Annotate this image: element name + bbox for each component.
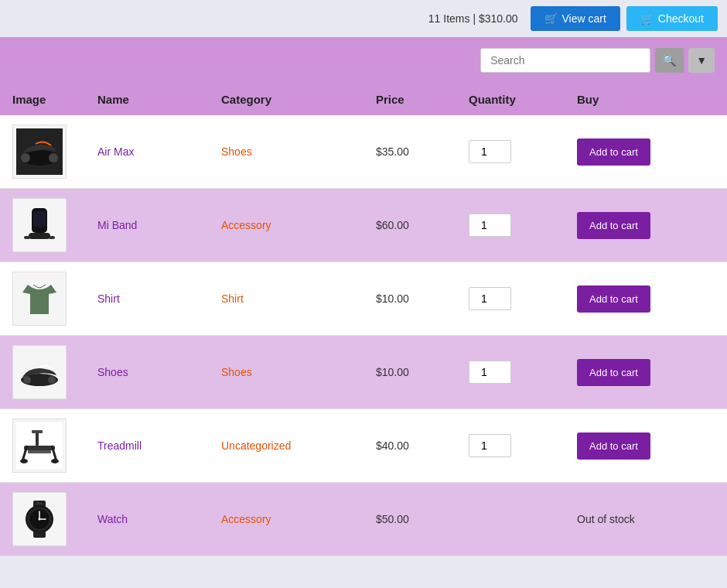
add-to-cart-button-miband[interactable]: Add to cart xyxy=(577,212,650,239)
col-header-name: Name xyxy=(97,93,221,106)
product-category-airmax: Shoes xyxy=(221,145,376,158)
product-image-airmax xyxy=(12,125,67,179)
product-name-miband: Mi Band xyxy=(97,219,221,231)
add-to-cart-button-airmax[interactable]: Add to cart xyxy=(577,138,650,166)
table-row: Watch Accessory $50.00 Out of stock xyxy=(0,483,727,556)
svg-point-23 xyxy=(51,459,59,463)
treadmill-image-svg xyxy=(16,422,63,469)
product-buy-airmax: Add to cart xyxy=(577,138,715,166)
add-to-cart-button-treadmill[interactable]: Add to cart xyxy=(577,432,650,460)
svg-rect-31 xyxy=(36,502,43,504)
quantity-input-treadmill[interactable] xyxy=(469,434,511,457)
col-header-quantity: Quantity xyxy=(469,93,577,106)
product-image-shoes xyxy=(12,345,67,399)
table-row: Shoes Shoes $10.00 Add to cart xyxy=(0,336,727,409)
svg-rect-6 xyxy=(33,211,46,227)
quantity-input-shoes[interactable] xyxy=(469,361,511,384)
product-category-treadmill: Uncategorized xyxy=(221,439,376,452)
table-row: Treadmill Uncategorized $40.00 Add to ca… xyxy=(0,409,727,483)
product-category-watch: Accessory xyxy=(221,513,376,525)
product-image-treadmill xyxy=(12,419,67,473)
product-image-watch xyxy=(12,492,67,546)
quantity-input-shirt[interactable] xyxy=(469,287,511,310)
table-row: Mi Band Accessory $60.00 Add to cart xyxy=(0,189,727,262)
svg-point-2 xyxy=(21,153,30,162)
product-image-shirt xyxy=(12,272,67,326)
product-buy-shirt: Add to cart xyxy=(577,285,715,313)
product-price-treadmill: $40.00 xyxy=(376,439,469,452)
product-name-airmax: Air Max xyxy=(97,145,221,158)
view-cart-button[interactable]: 🛒 View cart xyxy=(531,6,620,31)
product-name-shoes: Shoes xyxy=(97,366,221,378)
svg-point-14 xyxy=(48,376,56,384)
airmax-image-svg xyxy=(16,128,63,175)
product-quantity-shoes xyxy=(469,361,577,384)
quantity-input-airmax[interactable] xyxy=(469,140,511,163)
product-quantity-airmax xyxy=(469,140,577,163)
product-buy-watch: Out of stock xyxy=(577,512,715,526)
chevron-down-icon: ▼ xyxy=(696,54,707,67)
svg-rect-21 xyxy=(32,430,43,433)
items-summary: 11 Items | $310.00 xyxy=(428,12,518,25)
svg-rect-7 xyxy=(29,233,50,239)
table-header: Image Name Category Price Quantity Buy xyxy=(0,84,727,115)
table-row: Shirt Shirt $10.00 Add to cart xyxy=(0,262,727,336)
product-price-watch: $50.00 xyxy=(376,513,469,525)
add-to-cart-button-shirt[interactable]: Add to cart xyxy=(577,285,650,313)
checkout-cart-icon: 🛒 xyxy=(640,12,654,25)
table-row: Air Max Shoes $35.00 Add to cart xyxy=(0,115,727,189)
top-bar: 11 Items | $310.00 🛒 View cart 🛒 Checkou… xyxy=(0,0,727,37)
col-header-category: Category xyxy=(221,93,376,106)
shoes-image-svg xyxy=(16,349,63,395)
product-category-miband: Accessory xyxy=(221,219,376,231)
svg-rect-16 xyxy=(24,446,55,450)
col-header-price: Price xyxy=(376,93,469,106)
product-quantity-treadmill xyxy=(469,434,577,457)
product-buy-shoes: Add to cart xyxy=(577,359,715,386)
product-buy-miband: Add to cart xyxy=(577,212,715,239)
product-name-treadmill: Treadmill xyxy=(97,439,221,452)
search-bar: 🔍 ▼ xyxy=(0,37,727,84)
product-price-shoes: $10.00 xyxy=(376,366,469,378)
product-category-shoes: Shoes xyxy=(221,366,376,378)
watch-image-svg xyxy=(16,496,63,542)
product-quantity-shirt xyxy=(469,287,577,310)
product-quantity-miband xyxy=(469,214,577,237)
checkout-button[interactable]: 🛒 Checkout xyxy=(626,6,718,31)
svg-point-13 xyxy=(23,376,31,384)
product-price-miband: $60.00 xyxy=(376,219,469,231)
search-icon: 🔍 xyxy=(663,54,676,67)
product-price-shirt: $10.00 xyxy=(376,292,469,305)
product-name-shirt: Shirt xyxy=(97,292,221,305)
product-name-watch: Watch xyxy=(97,513,221,525)
cart-icon: 🛒 xyxy=(544,12,558,25)
svg-point-3 xyxy=(49,153,58,162)
svg-rect-17 xyxy=(28,450,51,453)
out-of-stock-label: Out of stock xyxy=(577,513,635,525)
miband-image-svg xyxy=(16,202,63,248)
product-price-airmax: $35.00 xyxy=(376,145,469,158)
quantity-input-miband[interactable] xyxy=(469,214,511,237)
svg-point-22 xyxy=(20,459,28,463)
search-button[interactable]: 🔍 xyxy=(655,48,684,73)
svg-rect-8 xyxy=(24,236,30,239)
product-buy-treadmill: Add to cart xyxy=(577,432,715,460)
search-input[interactable] xyxy=(480,48,650,73)
add-to-cart-button-shoes[interactable]: Add to cart xyxy=(577,359,650,386)
svg-point-30 xyxy=(39,518,41,521)
col-header-image: Image xyxy=(12,93,97,106)
col-header-buy: Buy xyxy=(577,93,715,106)
shirt-image-svg xyxy=(16,275,63,322)
product-image-miband xyxy=(12,198,67,252)
svg-rect-9 xyxy=(49,236,55,239)
filter-button[interactable]: ▼ xyxy=(688,48,715,73)
product-category-shirt: Shirt xyxy=(221,292,376,305)
